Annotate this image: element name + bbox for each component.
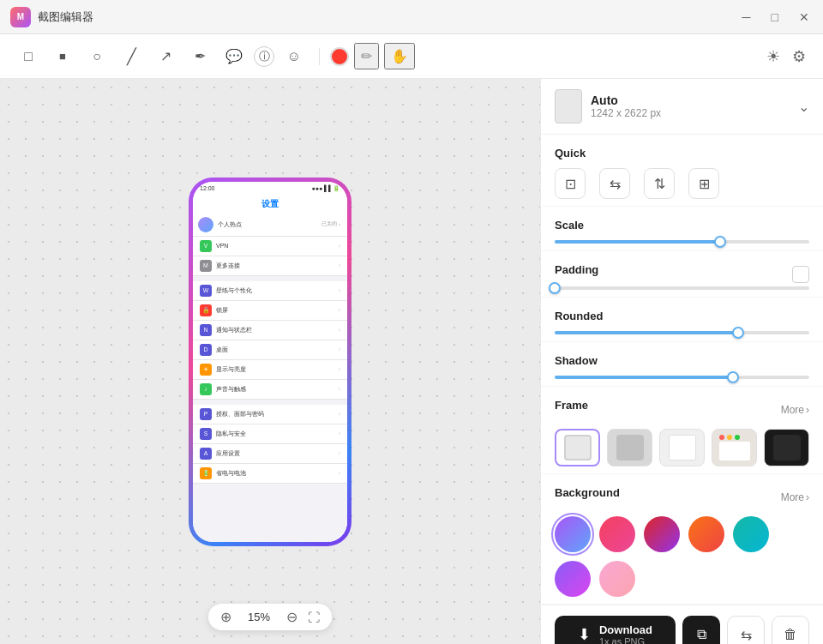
bg-color-purple[interactable] (555, 516, 591, 552)
hand-tool[interactable]: ✋ (384, 43, 415, 69)
bg-color-violet[interactable] (555, 561, 591, 597)
quick-actions: ⊡ ⇆ ⇅ ⊞ (555, 168, 809, 199)
color-picker-red[interactable] (330, 47, 349, 66)
arrow-tool[interactable]: ↗ (151, 42, 180, 71)
title-bar-left: M 截图编辑器 (10, 7, 93, 27)
download-bar: ⬇ Download 1x as PNG ⧉ ⇆ 🗑 (541, 605, 823, 644)
frame-option-dots[interactable] (712, 429, 757, 466)
export-settings-button[interactable]: ⇆ (727, 616, 765, 644)
download-sub: 1x as PNG (599, 636, 645, 645)
zoom-in-button[interactable]: ⊕ (220, 609, 231, 625)
device-selector: Auto 1242 x 2622 px ⌄ (541, 79, 823, 135)
fit-screen-button[interactable]: ⛶ (308, 611, 320, 624)
rounded-title: Rounded (555, 310, 809, 322)
frame-header: Frame More › (555, 399, 809, 420)
grid-action[interactable]: ⊞ (688, 168, 719, 199)
bg-color-pink[interactable] (599, 516, 635, 552)
battery-icon: 🔋 (200, 467, 212, 479)
filled-rectangle-tool[interactable]: ■ (48, 42, 77, 71)
phone-item-notifications: N 通知与状态栏 › (193, 321, 347, 340)
device-name: Auto (591, 93, 661, 107)
apps-icon: A (200, 448, 212, 460)
background-title: Background (555, 486, 620, 499)
crop-action[interactable]: ⊡ (555, 168, 586, 199)
line-tool[interactable]: ╱ (117, 42, 146, 71)
pen-icon[interactable]: ✏ (354, 43, 379, 69)
zoom-level: 15% (242, 611, 276, 623)
circle-tool[interactable]: ○ (82, 42, 111, 71)
device-info: Auto 1242 x 2622 px (591, 93, 661, 119)
flip-v-action[interactable]: ⇅ (644, 168, 675, 199)
device-size: 1242 x 2622 px (591, 107, 661, 119)
phone-item-more-connections: M 更多连接 › (193, 256, 347, 276)
padding-slider-row (555, 286, 809, 290)
shadow-section: Shadow (541, 342, 823, 387)
phone-item-wallpaper: W 壁纸与个性化 › (193, 281, 347, 301)
phone-item-privacy: P 授权、面部与密码 › (193, 405, 347, 424)
toolbar-separator (319, 48, 320, 65)
pen-tool[interactable]: ✒ (185, 42, 214, 71)
rectangle-tool[interactable]: □ (14, 42, 43, 71)
phone-item-lock: 🔒 锁屏 › (193, 301, 347, 321)
phone-mockup: 12:00 ●●● ▌▌🔋 设置 个人热点 已关闭 › (189, 178, 351, 546)
rounded-section: Rounded (541, 298, 823, 342)
phone-item-apps: A 应用设置 › (193, 444, 347, 464)
bg-color-red-purple[interactable] (644, 516, 680, 552)
scale-title: Scale (555, 219, 809, 232)
frame-title: Frame (555, 399, 588, 412)
app-logo: M (10, 7, 31, 27)
bg-color-pink-light[interactable] (599, 561, 635, 597)
bg-color-teal[interactable] (733, 516, 769, 552)
frame-more-button[interactable]: More › (781, 404, 809, 416)
phone-content: 个人热点 已关闭 › V VPN › (193, 214, 347, 542)
phone-item-sound: ♪ 声音与触感 › (193, 380, 347, 400)
quick-title: Quick (555, 147, 809, 159)
vpn-icon: V (200, 240, 212, 252)
frame-option-minimal[interactable] (659, 429, 705, 466)
device-dropdown-button[interactable]: ⌄ (798, 99, 809, 115)
lock-icon: 🔒 (200, 304, 212, 316)
background-section: Background More › (541, 474, 823, 605)
maximize-button[interactable]: □ (768, 9, 782, 26)
bg-color-orange[interactable] (688, 516, 724, 552)
phone-title: 设置 (193, 196, 347, 214)
minimize-button[interactable]: ─ (739, 9, 754, 26)
emoji-tool[interactable]: ☺ (279, 42, 309, 71)
settings-button[interactable]: ⚙ (789, 44, 809, 69)
padding-checkbox[interactable] (792, 266, 809, 283)
shadow-slider-row (555, 376, 809, 379)
phone-profile-name: 个人热点 (218, 220, 242, 229)
brightness-button[interactable]: ☀ (763, 44, 784, 69)
padding-slider-track[interactable] (555, 286, 809, 290)
delete-button[interactable]: 🗑 (772, 616, 809, 644)
copy-button[interactable]: ⧉ (682, 616, 720, 644)
phone-item-battery: 🔋 省电与电池 › (193, 464, 347, 484)
title-bar-title: 截图编辑器 (38, 9, 93, 25)
frame-option-white[interactable] (555, 429, 600, 466)
download-button[interactable]: ⬇ Download 1x as PNG (555, 616, 676, 644)
canvas-area: 12:00 ●●● ▌▌🔋 设置 个人热点 已关闭 › (0, 79, 540, 644)
rounded-slider-track[interactable] (555, 331, 809, 334)
close-button[interactable]: ✕ (796, 9, 813, 26)
flip-h-action[interactable]: ⇆ (599, 168, 630, 199)
zoom-out-button[interactable]: ⊖ (286, 609, 297, 625)
phone-item-security: S 隐私与安全 › (193, 424, 347, 444)
phone-item-display: ☀ 显示与亮度 › (193, 360, 347, 380)
shadow-title: Shadow (555, 354, 809, 367)
right-panel: Auto 1242 x 2622 px ⌄ Quick ⊡ ⇆ ⇅ ⊞ Scal… (540, 79, 823, 644)
phone-item-desktop: D 桌面 › (193, 340, 347, 360)
frame-option-gray[interactable] (607, 429, 652, 466)
device-thumbnail (555, 89, 582, 123)
background-more-button[interactable]: More › (781, 491, 809, 503)
download-label: Download (599, 623, 652, 636)
frame-option-dark[interactable] (764, 429, 809, 466)
toolbar: □ ■ ○ ╱ ↗ ✒ 💬 ⓘ ☺ ✏ ✋ ☀ ⚙ (0, 34, 823, 79)
scale-slider-track[interactable] (555, 240, 809, 244)
shadow-slider-track[interactable] (555, 376, 809, 379)
rounded-slider-row (555, 331, 809, 334)
wallpaper-icon: W (200, 285, 212, 297)
title-bar: M 截图编辑器 ─ □ ✕ (0, 0, 823, 34)
speech-bubble-tool[interactable]: 💬 (219, 42, 249, 71)
number-tool[interactable]: ⓘ (254, 46, 274, 67)
phone-status-icons: ●●● ▌▌🔋 (311, 185, 340, 192)
